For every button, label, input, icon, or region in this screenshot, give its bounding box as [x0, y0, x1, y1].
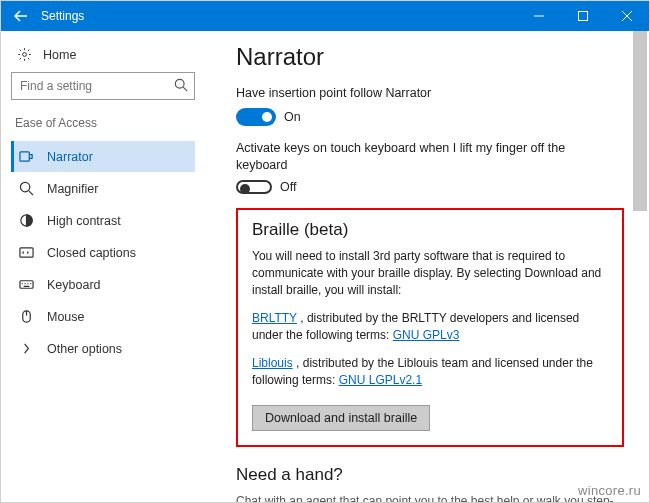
- help-text: Chat with an agent that can point you to…: [236, 493, 624, 502]
- toggle-track-off: [236, 180, 272, 194]
- sidebar-item-narrator[interactable]: Narrator: [11, 141, 195, 172]
- sidebar-item-high-contrast[interactable]: High contrast: [11, 205, 195, 236]
- braille-heading: Braille (beta): [252, 220, 608, 240]
- magnifier-icon: [17, 181, 35, 196]
- app-title: Settings: [41, 9, 517, 23]
- content-pane: Narrator Have insertion point follow Nar…: [206, 31, 649, 502]
- other-options-icon: [17, 341, 35, 356]
- keyboard-icon: [17, 277, 35, 292]
- high-contrast-icon: [17, 213, 35, 228]
- window-controls: [517, 1, 649, 31]
- sidebar-home-label: Home: [43, 48, 76, 62]
- svg-rect-7: [19, 281, 32, 289]
- liblouis-text: , distributed by the Liblouis team and l…: [252, 356, 593, 387]
- liblouis-line: Liblouis , distributed by the Liblouis t…: [252, 355, 608, 390]
- closed-captions-icon: [17, 245, 35, 260]
- insertion-point-label: Have insertion point follow Narrator: [236, 85, 624, 102]
- brltty-link[interactable]: BRLTTY: [252, 311, 297, 325]
- search-field[interactable]: [18, 78, 174, 94]
- search-icon: [174, 78, 188, 95]
- sidebar-item-label: Keyboard: [47, 278, 101, 292]
- svg-rect-0: [579, 12, 588, 21]
- scrollbar-thumb[interactable]: [633, 31, 647, 211]
- svg-point-1: [22, 53, 26, 57]
- sidebar-item-label: Magnifier: [47, 182, 98, 196]
- sidebar-item-mouse[interactable]: Mouse: [11, 301, 195, 332]
- sidebar-item-keyboard[interactable]: Keyboard: [11, 269, 195, 300]
- maximize-button[interactable]: [561, 1, 605, 31]
- liblouis-link[interactable]: Liblouis: [252, 356, 293, 370]
- mouse-icon: [17, 309, 35, 324]
- braille-intro-text: You will need to install 3rd party softw…: [252, 248, 608, 300]
- svg-rect-3: [19, 152, 28, 161]
- sidebar-item-label: Closed captions: [47, 246, 136, 260]
- activate-keys-toggle[interactable]: Off: [236, 180, 624, 194]
- help-heading: Need a hand?: [236, 465, 624, 485]
- gear-icon: [15, 47, 33, 62]
- toggle-state-off: Off: [280, 180, 296, 194]
- svg-point-4: [20, 182, 29, 191]
- watermark: wincore.ru: [578, 483, 641, 498]
- back-button[interactable]: [9, 4, 33, 28]
- activate-keys-label: Activate keys on touch keyboard when I l…: [236, 140, 576, 174]
- sidebar-item-label: Narrator: [47, 150, 93, 164]
- sidebar-home[interactable]: Home: [11, 41, 195, 72]
- svg-rect-6: [19, 248, 32, 257]
- minimize-button[interactable]: [517, 1, 561, 31]
- gplv3-link[interactable]: GNU GPLv3: [393, 328, 460, 342]
- brltty-line: BRLTTY , distributed by the BRLTTY devel…: [252, 310, 608, 345]
- sidebar-item-closed-captions[interactable]: Closed captions: [11, 237, 195, 268]
- download-install-braille-button[interactable]: Download and install braille: [252, 405, 430, 431]
- close-button[interactable]: [605, 1, 649, 31]
- sidebar-section-label: Ease of Access: [11, 114, 195, 140]
- page-title: Narrator: [236, 43, 624, 71]
- toggle-state-on: On: [284, 110, 301, 124]
- titlebar: Settings: [1, 1, 649, 31]
- sidebar-item-label: Mouse: [47, 310, 85, 324]
- sidebar: Home Ease of Access Narrator Magnifier: [1, 31, 206, 502]
- insertion-point-toggle[interactable]: On: [236, 108, 624, 126]
- narrator-icon: [17, 149, 35, 164]
- search-input[interactable]: [11, 72, 195, 100]
- sidebar-item-other-options[interactable]: Other options: [11, 333, 195, 364]
- sidebar-item-magnifier[interactable]: Magnifier: [11, 173, 195, 204]
- lgpl-link[interactable]: GNU LGPLv2.1: [339, 373, 422, 387]
- sidebar-item-label: Other options: [47, 342, 122, 356]
- toggle-track-on: [236, 108, 276, 126]
- braille-section-highlight: Braille (beta) You will need to install …: [236, 208, 624, 448]
- sidebar-item-label: High contrast: [47, 214, 121, 228]
- svg-point-2: [175, 79, 184, 88]
